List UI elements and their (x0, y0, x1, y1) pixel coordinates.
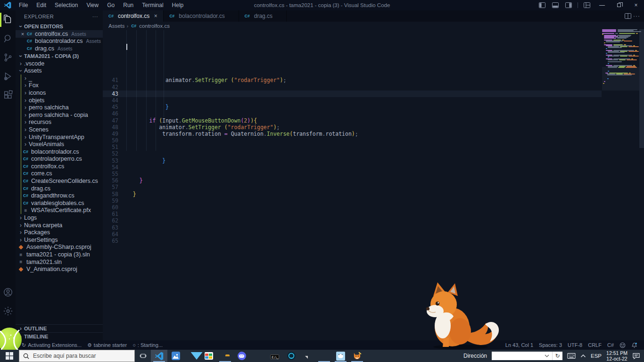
status--starting-[interactable]: ○: Starting... (130, 340, 165, 350)
status-crlf[interactable]: CRLF (585, 342, 604, 348)
open-editors-header[interactable]: ›OPEN EDITORS (16, 23, 103, 30)
taskbar-app-vscode[interactable] (151, 350, 167, 362)
tree-item-nueva-carpeta[interactable]: ›Nueva carpeta (16, 222, 103, 229)
tree-item-unitytransparentapp[interactable]: ›UnityTransparentApp (16, 133, 103, 141)
taskbar-app-husky[interactable] (332, 350, 349, 362)
direccion-input[interactable] (492, 352, 552, 360)
minimap[interactable] (602, 29, 639, 133)
tree-item-wsatestcertificate-pfx[interactable]: ≡WSATestCertificate.pfx (16, 207, 103, 214)
tree-item-bolacontrolador-cs[interactable]: C#bolacontrolador.cs (16, 148, 103, 156)
open-editor-bolacontrolador.cs[interactable]: C#bolacontrolador.csAssets (16, 38, 103, 45)
taskbar-app-discord[interactable] (233, 350, 250, 362)
tab-controlfox.cs[interactable]: C#controlfox.cs× (103, 10, 164, 22)
tree-item-assets[interactable]: ›Assets (16, 67, 103, 74)
status-feedback[interactable] (617, 342, 628, 348)
run-debug-icon[interactable] (0, 67, 16, 86)
tree-item--[interactable]: ›_ (16, 74, 103, 82)
taskbar-app-edge[interactable] (316, 350, 332, 362)
extensions-icon[interactable] (0, 86, 16, 105)
taskbar-app-photos[interactable] (167, 350, 184, 362)
tree-item-logs[interactable]: ›Logs (16, 214, 103, 222)
outline-section-header[interactable]: ›OUTLINE (16, 324, 103, 332)
explorer-icon[interactable] (0, 10, 16, 29)
menu-item-go[interactable]: Go (103, 1, 118, 9)
source-control-icon[interactable] (0, 48, 16, 67)
close-editor-icon[interactable]: × (19, 31, 26, 37)
breadcrumb-folder[interactable]: Assets (108, 23, 125, 29)
tree-item-tama2021-copia-3-sln[interactable]: ≡tama2021 - copia (3).sln (16, 251, 103, 258)
customize-layout-icon[interactable] (581, 0, 593, 10)
tab-drag.cs[interactable]: C#drag.cs (239, 10, 287, 22)
status-c#[interactable]: C# (604, 342, 617, 348)
account-icon[interactable] (0, 283, 16, 302)
menu-item-edit[interactable]: Edit (33, 1, 50, 9)
restore-button[interactable] (611, 0, 627, 10)
status-ln-43-col-1[interactable]: Ln 43, Col 1 (503, 342, 536, 348)
taskbar-app-mail[interactable] (184, 350, 200, 362)
tree-item-voxelanimals[interactable]: ›VoxelAnimals (16, 140, 103, 148)
menu-item-view[interactable]: View (83, 1, 102, 9)
minimize-button[interactable]: — (594, 0, 610, 10)
taskbar-app-notepad[interactable] (299, 350, 316, 362)
tree-item-drag-cs[interactable]: C#drag.cs (16, 185, 103, 192)
explorer-more-icon[interactable]: ··· (92, 14, 98, 19)
tree-item-packages[interactable]: ›Packages (16, 229, 103, 236)
tree-item-tama2021-sln[interactable]: ≡tama2021.sln (16, 258, 103, 266)
status-spaces-3[interactable]: Spaces: 3 (536, 342, 565, 348)
taskbar-app-firefox[interactable] (250, 350, 266, 362)
taskbar-app-explorer[interactable] (217, 350, 233, 362)
code-area[interactable]: 41 animator.SetTrigger ("rodarTrigger");… (103, 30, 602, 340)
tree-item-iconos[interactable]: ›iconos (16, 89, 103, 97)
touch-keyboard-icon[interactable] (567, 353, 576, 359)
open-editor-drag.cs[interactable]: C#drag.csAssets (16, 45, 103, 52)
menu-item-selection[interactable]: Selection (51, 1, 82, 9)
tab-close-icon[interactable]: × (152, 13, 159, 19)
status-bell[interactable] (628, 342, 640, 348)
tree-item-controlfox-cs[interactable]: C#controlfox.cs (16, 163, 103, 170)
direccion-address-bar[interactable]: ↻ (492, 352, 562, 360)
editor-more-actions-icon[interactable]: ··· (633, 13, 640, 19)
tree-item-recursos[interactable]: ›recursos (16, 119, 103, 126)
tab-bolacontrolador.cs[interactable]: C#bolacontrolador.cs (164, 10, 239, 22)
taskbar-app-cmd[interactable]: C:\_ (266, 350, 283, 362)
tree-item-fox[interactable]: ›Fox (16, 82, 103, 90)
search-icon[interactable] (0, 29, 16, 48)
breadcrumb-file[interactable]: controlfox.cs (139, 23, 170, 29)
taskbar-search-input[interactable]: Escribe aquí para buscar (19, 350, 135, 362)
settings-gear-icon[interactable] (0, 302, 16, 321)
toggle-panel-icon[interactable] (549, 0, 561, 10)
tree-item-dragandthrow-cs[interactable]: C#dragandthrow.cs (16, 192, 103, 199)
editor-scrollbar[interactable] (639, 29, 644, 148)
tree-item-perro-salchicha-copia[interactable]: ›perro salchicha - copia (16, 111, 103, 119)
status-utf-8[interactable]: UTF-8 (565, 342, 585, 348)
menu-item-run[interactable]: Run (119, 1, 137, 9)
open-editor-controlfox.cs[interactable]: ×C#controlfox.csAssets (16, 30, 103, 38)
tree-item-usersettings[interactable]: ›UserSettings (16, 236, 103, 244)
menu-item-terminal[interactable]: Terminal (138, 1, 167, 9)
taskbar-app-store[interactable] (200, 350, 217, 362)
taskbar-app-foxpaint[interactable] (349, 350, 365, 362)
menu-item-file[interactable]: File (15, 1, 32, 9)
tree-item-objets[interactable]: ›objets (16, 97, 103, 104)
notification-center-icon[interactable] (632, 353, 640, 360)
direccion-refresh-icon[interactable]: ↻ (552, 352, 562, 360)
toggle-secondary-sidebar-icon[interactable] (562, 0, 575, 10)
start-button[interactable] (0, 350, 19, 362)
tree-item-assembly-csharp-csproj[interactable]: Assembly-CSharp.csproj (16, 244, 103, 251)
project-section-header[interactable]: ›TAMA2021 - COPIA (3) (16, 52, 103, 60)
split-editor-icon[interactable] (625, 13, 631, 19)
language-indicator[interactable]: ESP (591, 353, 602, 359)
menu-item-help[interactable]: Help (168, 1, 188, 9)
taskbar-app-alexa[interactable] (283, 350, 299, 362)
tree-item-createscreencolliders-cs[interactable]: C#CreateScreenColliders.cs (16, 177, 103, 185)
tree-item-scenes[interactable]: ›Scenes (16, 126, 103, 133)
tree-item-v-animation-csproj[interactable]: V_Animation.csproj (16, 265, 103, 273)
task-view-button[interactable] (135, 350, 151, 362)
clock[interactable]: 12:51 PM 12-oct-22 (606, 350, 627, 362)
show-hidden-icons-chevron[interactable] (580, 354, 586, 358)
tree-item--vscode[interactable]: ›.vscode (16, 60, 103, 67)
status-tabnine-starter[interactable]: ⚙tabnine starter (84, 340, 130, 350)
status-activating-extensions-[interactable]: ↻Activating Extensions... (19, 340, 84, 350)
close-button[interactable]: × (628, 0, 644, 10)
timeline-section-header[interactable]: ›TIMELINE (16, 332, 103, 340)
